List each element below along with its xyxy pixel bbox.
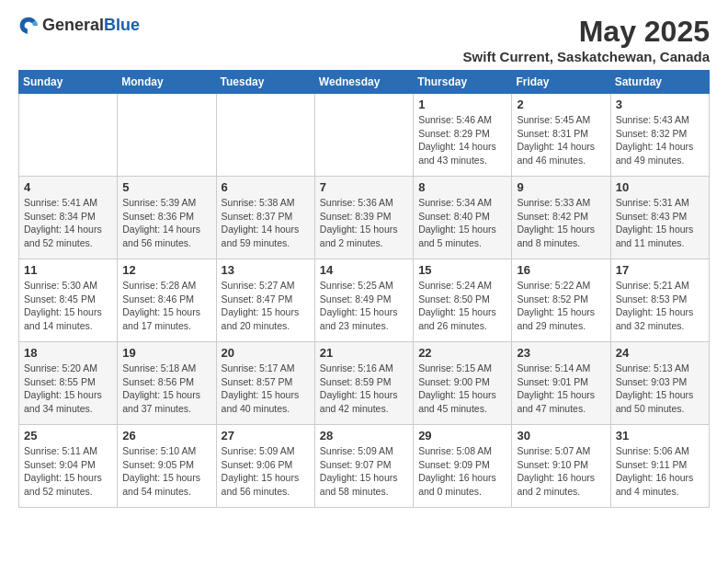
day-number: 15 [418, 263, 506, 277]
calendar-cell: 15Sunrise: 5:24 AM Sunset: 8:50 PM Dayli… [414, 259, 512, 342]
day-info: Sunrise: 5:15 AM Sunset: 9:00 PM Dayligh… [418, 362, 506, 416]
calendar-cell: 5Sunrise: 5:39 AM Sunset: 8:36 PM Daylig… [118, 177, 216, 259]
location-title: Swift Current, Saskatchewan, Canada [463, 49, 710, 64]
calendar-cell [118, 94, 216, 177]
calendar-cell: 20Sunrise: 5:17 AM Sunset: 8:57 PM Dayli… [216, 342, 314, 425]
day-info: Sunrise: 5:41 AM Sunset: 8:34 PM Dayligh… [24, 196, 112, 250]
day-number: 29 [418, 429, 506, 442]
day-info: Sunrise: 5:07 AM Sunset: 9:10 PM Dayligh… [517, 444, 605, 499]
day-number: 23 [517, 346, 605, 360]
day-info: Sunrise: 5:22 AM Sunset: 8:52 PM Dayligh… [517, 279, 605, 333]
col-header-sunday: Sunday [19, 71, 118, 94]
calendar-week-row: 25Sunrise: 5:11 AM Sunset: 9:04 PM Dayli… [19, 425, 710, 508]
day-info: Sunrise: 5:09 AM Sunset: 9:06 PM Dayligh… [222, 444, 310, 499]
day-number: 18 [24, 346, 112, 360]
day-number: 13 [222, 263, 310, 277]
day-number: 28 [320, 429, 408, 442]
day-info: Sunrise: 5:10 AM Sunset: 9:05 PM Dayligh… [122, 444, 210, 499]
calendar-week-row: 4Sunrise: 5:41 AM Sunset: 8:34 PM Daylig… [19, 177, 710, 259]
calendar-cell: 29Sunrise: 5:08 AM Sunset: 9:09 PM Dayli… [414, 425, 512, 508]
day-info: Sunrise: 5:11 AM Sunset: 9:04 PM Dayligh… [24, 444, 112, 499]
calendar-cell: 22Sunrise: 5:15 AM Sunset: 9:00 PM Dayli… [414, 342, 512, 425]
calendar-cell: 28Sunrise: 5:09 AM Sunset: 9:07 PM Dayli… [314, 425, 413, 508]
day-number: 31 [616, 429, 704, 442]
day-info: Sunrise: 5:08 AM Sunset: 9:09 PM Dayligh… [418, 444, 506, 499]
day-info: Sunrise: 5:13 AM Sunset: 9:03 PM Dayligh… [616, 362, 704, 416]
calendar-header-row: SundayMondayTuesdayWednesdayThursdayFrid… [19, 71, 710, 94]
calendar-cell: 27Sunrise: 5:09 AM Sunset: 9:06 PM Dayli… [216, 425, 314, 508]
day-number: 21 [320, 346, 408, 360]
day-number: 19 [122, 346, 210, 360]
title-section: May 2025 Swift Current, Saskatchewan, Ca… [463, 15, 710, 64]
col-header-monday: Monday [118, 71, 216, 94]
month-title: May 2025 [463, 15, 710, 49]
day-number: 12 [122, 263, 210, 277]
day-info: Sunrise: 5:34 AM Sunset: 8:40 PM Dayligh… [418, 196, 506, 250]
day-info: Sunrise: 5:16 AM Sunset: 8:59 PM Dayligh… [320, 362, 408, 416]
calendar-cell: 6Sunrise: 5:38 AM Sunset: 8:37 PM Daylig… [216, 177, 314, 259]
calendar-cell: 25Sunrise: 5:11 AM Sunset: 9:04 PM Dayli… [19, 425, 118, 508]
day-info: Sunrise: 5:38 AM Sunset: 8:37 PM Dayligh… [222, 196, 310, 250]
day-info: Sunrise: 5:21 AM Sunset: 8:53 PM Dayligh… [616, 279, 704, 333]
day-number: 1 [418, 98, 506, 111]
calendar-cell: 31Sunrise: 5:06 AM Sunset: 9:11 PM Dayli… [610, 425, 709, 508]
day-number: 27 [222, 429, 310, 442]
calendar-cell: 8Sunrise: 5:34 AM Sunset: 8:40 PM Daylig… [414, 177, 512, 259]
calendar-cell: 13Sunrise: 5:27 AM Sunset: 8:47 PM Dayli… [216, 259, 314, 342]
day-info: Sunrise: 5:30 AM Sunset: 8:45 PM Dayligh… [24, 279, 112, 333]
day-number: 5 [122, 180, 210, 194]
day-number: 4 [24, 180, 112, 194]
day-number: 3 [616, 98, 704, 111]
day-number: 30 [517, 429, 605, 442]
day-number: 20 [222, 346, 310, 360]
day-info: Sunrise: 5:20 AM Sunset: 8:55 PM Dayligh… [24, 362, 112, 416]
calendar-cell: 18Sunrise: 5:20 AM Sunset: 8:55 PM Dayli… [19, 342, 118, 425]
day-number: 7 [320, 180, 408, 194]
day-info: Sunrise: 5:17 AM Sunset: 8:57 PM Dayligh… [222, 362, 310, 416]
col-header-thursday: Thursday [414, 71, 512, 94]
day-info: Sunrise: 5:27 AM Sunset: 8:47 PM Dayligh… [222, 279, 310, 333]
calendar-cell: 26Sunrise: 5:10 AM Sunset: 9:05 PM Dayli… [118, 425, 216, 508]
day-number: 6 [222, 180, 310, 194]
calendar-cell: 11Sunrise: 5:30 AM Sunset: 8:45 PM Dayli… [19, 259, 118, 342]
calendar-cell: 2Sunrise: 5:45 AM Sunset: 8:31 PM Daylig… [512, 94, 610, 177]
day-info: Sunrise: 5:24 AM Sunset: 8:50 PM Dayligh… [418, 279, 506, 333]
day-info: Sunrise: 5:14 AM Sunset: 9:01 PM Dayligh… [517, 362, 605, 416]
day-number: 2 [517, 98, 605, 111]
day-number: 9 [517, 180, 605, 194]
calendar-cell: 12Sunrise: 5:28 AM Sunset: 8:46 PM Dayli… [118, 259, 216, 342]
calendar-table: SundayMondayTuesdayWednesdayThursdayFrid… [18, 70, 710, 508]
day-number: 8 [418, 180, 506, 194]
calendar-cell: 30Sunrise: 5:07 AM Sunset: 9:10 PM Dayli… [512, 425, 610, 508]
col-header-wednesday: Wednesday [314, 71, 413, 94]
col-header-friday: Friday [512, 71, 610, 94]
day-number: 22 [418, 346, 506, 360]
day-number: 11 [24, 263, 112, 277]
calendar-cell [19, 94, 118, 177]
calendar-week-row: 11Sunrise: 5:30 AM Sunset: 8:45 PM Dayli… [19, 259, 710, 342]
day-info: Sunrise: 5:43 AM Sunset: 8:32 PM Dayligh… [616, 113, 704, 167]
logo: GeneralBlue [18, 15, 140, 35]
calendar-cell: 7Sunrise: 5:36 AM Sunset: 8:39 PM Daylig… [314, 177, 413, 259]
calendar-cell: 23Sunrise: 5:14 AM Sunset: 9:01 PM Dayli… [512, 342, 610, 425]
calendar-cell: 16Sunrise: 5:22 AM Sunset: 8:52 PM Dayli… [512, 259, 610, 342]
day-number: 17 [616, 263, 704, 277]
calendar-cell: 4Sunrise: 5:41 AM Sunset: 8:34 PM Daylig… [19, 177, 118, 259]
day-info: Sunrise: 5:36 AM Sunset: 8:39 PM Dayligh… [320, 196, 408, 250]
calendar-cell: 1Sunrise: 5:46 AM Sunset: 8:29 PM Daylig… [414, 94, 512, 177]
calendar-week-row: 18Sunrise: 5:20 AM Sunset: 8:55 PM Dayli… [19, 342, 710, 425]
day-info: Sunrise: 5:31 AM Sunset: 8:43 PM Dayligh… [616, 196, 704, 250]
day-info: Sunrise: 5:28 AM Sunset: 8:46 PM Dayligh… [122, 279, 210, 333]
calendar-cell: 24Sunrise: 5:13 AM Sunset: 9:03 PM Dayli… [610, 342, 709, 425]
day-info: Sunrise: 5:25 AM Sunset: 8:49 PM Dayligh… [320, 279, 408, 333]
calendar-cell: 17Sunrise: 5:21 AM Sunset: 8:53 PM Dayli… [610, 259, 709, 342]
day-info: Sunrise: 5:45 AM Sunset: 8:31 PM Dayligh… [517, 113, 605, 167]
day-number: 26 [122, 429, 210, 442]
col-header-tuesday: Tuesday [216, 71, 314, 94]
day-number: 10 [616, 180, 704, 194]
day-number: 14 [320, 263, 408, 277]
calendar-week-row: 1Sunrise: 5:46 AM Sunset: 8:29 PM Daylig… [19, 94, 710, 177]
col-header-saturday: Saturday [610, 71, 709, 94]
logo-icon [18, 15, 39, 35]
calendar-cell: 9Sunrise: 5:33 AM Sunset: 8:42 PM Daylig… [512, 177, 610, 259]
